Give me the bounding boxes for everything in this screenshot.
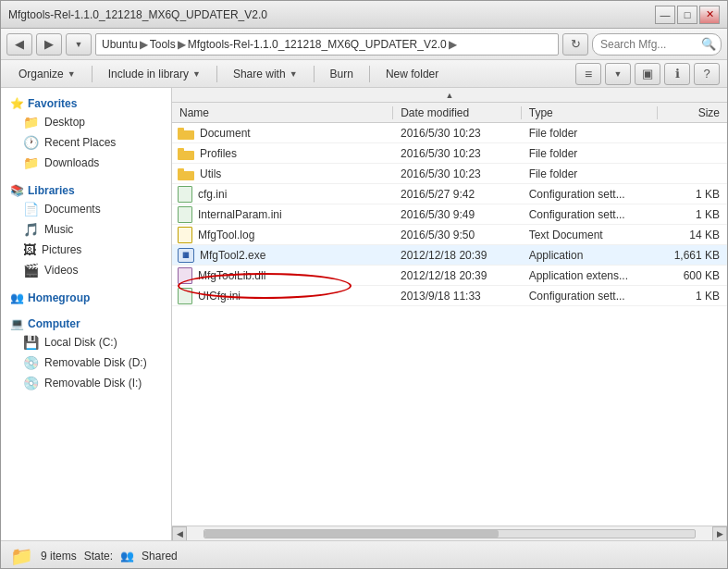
toolbar-separator-4: [369, 66, 370, 82]
col-header-date[interactable]: Date modified: [393, 106, 522, 119]
sidebar-item-removable-i-label: Removable Disk (I:): [44, 377, 142, 390]
recent-locations-button[interactable]: ▼: [66, 33, 92, 56]
sidebar-item-documents[interactable]: 📄 Documents: [1, 199, 171, 219]
file-type-cfg: Configuration sett...: [522, 188, 659, 201]
file-type-mfgtoollibdll: Application extens...: [522, 269, 659, 282]
back-button[interactable]: ◀: [6, 33, 32, 56]
favorites-title: Favorites: [28, 97, 77, 110]
minimize-button[interactable]: —: [655, 6, 675, 24]
sidebar-item-videos[interactable]: 🎬 Videos: [1, 260, 171, 280]
file-date-mfgtoollibdll: 2012/12/18 20:39: [393, 269, 522, 282]
table-row[interactable]: ▦ MfgTool2.exe 2012/12/18 20:39 Applicat…: [172, 245, 727, 266]
state-value: Shared: [142, 550, 178, 563]
table-row[interactable]: cfg.ini 2016/5/27 9:42 Configuration set…: [172, 184, 727, 204]
table-row[interactable]: InternalParam.ini 2016/5/30 9:49 Configu…: [172, 204, 727, 225]
table-row[interactable]: Utils 2016/5/30 10:23 File folder: [172, 164, 727, 184]
local-disk-c-icon: 💾: [23, 335, 39, 350]
removable-i-icon: 💿: [23, 376, 39, 390]
file-date-uicfg: 2013/9/18 11:33: [393, 290, 522, 303]
sidebar-item-music[interactable]: 🎵 Music: [1, 219, 171, 240]
share-dropdown-arrow: ▼: [290, 69, 298, 79]
include-library-button[interactable]: Include in library ▼: [98, 63, 211, 85]
sidebar-divider-3: [1, 306, 171, 314]
table-row[interactable]: UICfg.ini 2013/9/18 11:33 Configuration …: [172, 286, 727, 306]
sidebar-item-recent-label: Recent Places: [44, 136, 116, 149]
sidebar-item-documents-label: Documents: [44, 203, 101, 216]
sidebar-item-removable-d[interactable]: 💿 Removable Disk (D:): [1, 353, 171, 373]
sidebar-item-desktop[interactable]: 📁 Desktop: [1, 112, 171, 132]
address-bar: ◀ ▶ ▼ Ubuntu ▶ Tools ▶ Mfgtools-Rel-1.1.…: [1, 29, 727, 60]
sidebar-item-music-label: Music: [44, 223, 73, 236]
hscroll-thumb[interactable]: [204, 530, 499, 538]
exe-icon: ▦: [178, 248, 194, 263]
preview-pane-button[interactable]: ▣: [635, 63, 660, 85]
table-row[interactable]: Profiles 2016/5/30 10:23 File folder: [172, 143, 727, 164]
address-path[interactable]: Ubuntu ▶ Tools ▶ Mfgtools-Rel-1.1.0_1212…: [95, 33, 559, 56]
hscroll-track[interactable]: [204, 529, 696, 538]
file-type-internalparam: Configuration sett...: [522, 208, 659, 221]
status-bar: 📁 9 items State: 👥 Shared: [1, 540, 727, 569]
libraries-icon: 📚: [10, 184, 24, 197]
maximize-button[interactable]: □: [677, 6, 697, 24]
file-date-mfgtoollog: 2016/5/30 9:50: [393, 229, 522, 241]
sidebar-item-removable-i[interactable]: 💿 Removable Disk (I:): [1, 373, 171, 393]
sidebar-item-recent-places[interactable]: 🕐 Recent Places: [1, 132, 171, 153]
help-button[interactable]: ?: [694, 63, 720, 85]
file-size-uicfg: 1 KB: [658, 290, 727, 303]
sidebar-section-computer[interactable]: 💻 Computer: [1, 314, 171, 332]
documents-icon: 📄: [23, 202, 39, 216]
folder-icon: [178, 127, 194, 140]
view-dropdown-button[interactable]: ▼: [605, 63, 631, 85]
details-pane-button[interactable]: ℹ: [664, 63, 690, 85]
col-header-size[interactable]: Size: [658, 106, 727, 119]
organize-label: Organize: [19, 68, 64, 80]
new-folder-button[interactable]: New folder: [376, 63, 449, 85]
sidebar-item-downloads[interactable]: 📁 Downloads: [1, 153, 171, 173]
shared-icon: 👥: [120, 550, 134, 563]
sidebar-item-removable-d-label: Removable Disk (D:): [44, 356, 147, 369]
breadcrumb-tools: Tools: [150, 38, 176, 51]
table-row[interactable]: MfgToolLib.dll 2012/12/18 20:39 Applicat…: [172, 266, 727, 286]
file-type-profiles: File folder: [522, 147, 659, 160]
sidebar-item-videos-label: Videos: [44, 264, 78, 277]
videos-icon: 🎬: [23, 263, 39, 278]
file-name-document: Document: [172, 127, 393, 140]
sidebar: ⭐ Favorites 📁 Desktop 🕐 Recent Places 📁 …: [1, 88, 172, 540]
sidebar-item-local-disk-c[interactable]: 💾 Local Disk (C:): [1, 332, 171, 353]
sidebar-section-libraries[interactable]: 📚 Libraries: [1, 180, 171, 199]
file-list-header: Name Date modified Type Size: [172, 103, 727, 123]
table-row[interactable]: Document 2016/5/30 10:23 File folder: [172, 123, 727, 143]
sidebar-section-homegroup[interactable]: 👥 Homegroup: [1, 288, 171, 306]
organize-button[interactable]: Organize ▼: [8, 63, 86, 85]
file-type-mfgtoollog: Text Document: [522, 229, 659, 241]
hscroll-left-arrow[interactable]: ◀: [172, 526, 187, 541]
include-label: Include in library: [108, 68, 189, 80]
close-button[interactable]: ✕: [699, 6, 720, 24]
table-row[interactable]: MfgTool.log 2016/5/30 9:50 Text Document…: [172, 225, 727, 245]
main-content: ⭐ Favorites 📁 Desktop 🕐 Recent Places 📁 …: [1, 88, 727, 540]
sidebar-section-favorites[interactable]: ⭐ Favorites: [1, 93, 171, 112]
status-folder-icon: 📁: [10, 545, 33, 567]
vscroll-up-arrow[interactable]: ▲: [172, 88, 727, 103]
share-label: Share with: [233, 68, 286, 80]
window-title: Mfgtools-Rel-1.1.0_121218_MX6Q_UPDATER_V…: [8, 8, 267, 21]
refresh-button[interactable]: ↻: [562, 33, 588, 56]
file-date-utils: 2016/5/30 10:23: [393, 167, 522, 180]
share-with-button[interactable]: Share with ▼: [223, 63, 308, 85]
pictures-icon: 🖼: [23, 242, 36, 257]
horizontal-scrollbar[interactable]: ◀ ▶: [172, 526, 727, 540]
col-header-name[interactable]: Name: [172, 106, 393, 119]
burn-button[interactable]: Burn: [320, 63, 364, 85]
burn-label: Burn: [330, 68, 353, 80]
view-toggle-button[interactable]: ≡: [575, 63, 601, 85]
file-size-mfgtoollog: 14 KB: [658, 229, 727, 241]
hscroll-right-arrow[interactable]: ▶: [712, 526, 727, 541]
forward-button[interactable]: ▶: [36, 33, 62, 56]
sidebar-item-local-disk-c-label: Local Disk (C:): [44, 336, 117, 349]
col-header-type[interactable]: Type: [522, 106, 659, 119]
breadcrumb-folder: Mfgtools-Rel-1.1.0_121218_MX6Q_UPDATER_V…: [188, 38, 447, 51]
sidebar-item-pictures-label: Pictures: [42, 243, 81, 256]
file-size-mfgtool2: 1,661 KB: [658, 249, 727, 262]
sidebar-item-pictures[interactable]: 🖼 Pictures: [1, 240, 171, 260]
file-area: ▲ Name Date modified Type Size Document …: [172, 88, 727, 540]
